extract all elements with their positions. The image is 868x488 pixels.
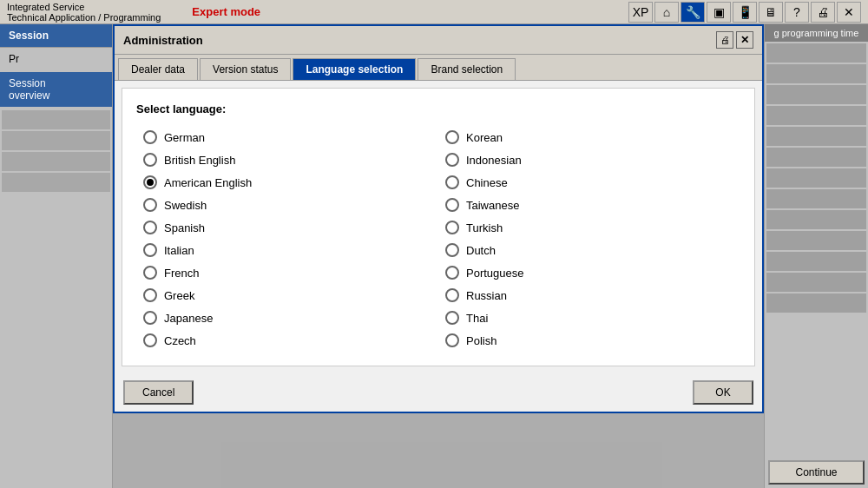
language-greek[interactable]: Greek <box>136 284 438 307</box>
dialog-tabs: Dealer data Version status Language sele… <box>115 55 762 81</box>
dialog-titlebar-icons: 🖨 ✕ <box>716 31 753 49</box>
ok-button[interactable]: OK <box>693 380 753 405</box>
continue-button[interactable]: Continue <box>768 460 865 485</box>
xp-button[interactable]: XP <box>628 2 653 23</box>
monitor-icon[interactable]: 🖥 <box>759 2 783 23</box>
bar-11 <box>766 252 866 271</box>
radio-korean[interactable] <box>445 130 459 144</box>
bar-8 <box>766 189 866 208</box>
print-icon[interactable]: 🖨 <box>811 2 835 23</box>
tools-icon[interactable]: 🔧 <box>681 2 705 23</box>
sidebar-gray-1 <box>2 110 110 129</box>
display-icon[interactable]: ▣ <box>707 2 731 23</box>
language-grid: German British English American English <box>136 126 740 352</box>
language-british-english[interactable]: British English <box>136 148 438 171</box>
right-side-panel: g programming time Continue <box>764 24 868 488</box>
radio-indonesian[interactable] <box>445 153 459 167</box>
main-layout: Session Pr Sessionoverview Session: – Ad… <box>0 24 868 488</box>
main-content: Session: – Administration 🖨 ✕ <box>113 24 764 488</box>
language-column-left: German British English American English <box>136 126 438 352</box>
language-korean[interactable]: Korean <box>438 126 740 148</box>
phone-icon[interactable]: 📱 <box>733 2 757 23</box>
tab-version-status[interactable]: Version status <box>200 58 291 80</box>
sidebar-gray-area <box>0 109 112 488</box>
bar-4 <box>766 106 866 125</box>
radio-polish[interactable] <box>445 333 459 347</box>
radio-thai[interactable] <box>445 311 459 325</box>
language-russian[interactable]: Russian <box>438 284 740 307</box>
dialog-footer: Cancel OK <box>115 373 762 412</box>
tab-language-selection[interactable]: Language selection <box>293 58 416 80</box>
radio-dutch[interactable] <box>445 243 459 257</box>
radio-taiwanese[interactable] <box>445 198 459 212</box>
radio-turkish[interactable] <box>445 221 459 234</box>
close-icon[interactable]: ✕ <box>837 2 861 23</box>
radio-american-english[interactable] <box>143 175 157 189</box>
language-dutch[interactable]: Dutch <box>438 239 740 261</box>
dialog-close-button[interactable]: ✕ <box>736 31 753 49</box>
dialog-body: Select language: German British <box>122 88 755 366</box>
radio-french[interactable] <box>143 266 157 280</box>
help-icon[interactable]: ? <box>785 2 809 23</box>
radio-italian[interactable] <box>143 243 157 257</box>
radio-russian[interactable] <box>445 288 459 302</box>
sidebar-gray-3 <box>2 152 110 171</box>
bar-10 <box>766 231 866 250</box>
language-japanese[interactable]: Japanese <box>136 307 438 329</box>
administration-dialog: Administration 🖨 ✕ Dealer data Version s… <box>113 24 764 413</box>
language-taiwanese[interactable]: Taiwanese <box>438 194 740 216</box>
home-icon[interactable]: ⌂ <box>654 2 679 23</box>
language-czech[interactable]: Czech <box>136 329 438 352</box>
bar-12 <box>766 273 866 292</box>
tab-brand-selection[interactable]: Brand selection <box>418 58 516 80</box>
radio-german[interactable] <box>143 130 157 144</box>
tab-dealer-data[interactable]: Dealer data <box>118 58 198 80</box>
language-american-english[interactable]: American English <box>136 171 438 194</box>
language-polish[interactable]: Polish <box>438 329 740 352</box>
radio-swedish[interactable] <box>143 198 157 212</box>
cancel-button[interactable]: Cancel <box>123 380 194 405</box>
pr-tab[interactable]: Pr <box>0 47 112 70</box>
session-overview-item[interactable]: Sessionoverview <box>0 72 112 107</box>
sidebar-gray-2 <box>2 131 110 150</box>
radio-chinese[interactable] <box>445 175 459 189</box>
radio-japanese[interactable] <box>143 311 157 325</box>
top-bar-icons: XP ⌂ 🔧 ▣ 📱 🖥 ? 🖨 ✕ <box>628 2 861 23</box>
sidebar-gray-4 <box>2 173 110 192</box>
language-spanish[interactable]: Spanish <box>136 216 438 239</box>
language-italian[interactable]: Italian <box>136 239 438 261</box>
session-tab[interactable]: Session <box>0 24 112 47</box>
right-panel-bars <box>765 42 868 314</box>
bar-7 <box>766 168 866 188</box>
bar-6 <box>766 148 866 167</box>
dialog-print-icon[interactable]: 🖨 <box>716 31 733 49</box>
top-bar: Integrated Service Technical Application… <box>0 0 868 24</box>
dialog-title: Administration <box>123 34 203 47</box>
bar-13 <box>766 293 866 313</box>
language-german[interactable]: German <box>136 126 438 148</box>
radio-portuguese[interactable] <box>445 266 459 280</box>
expert-mode-label: Expert mode <box>192 5 260 18</box>
language-thai[interactable]: Thai <box>438 307 740 329</box>
sidebar: Session Pr Sessionoverview <box>0 24 113 488</box>
dialog-titlebar: Administration 🖨 ✕ <box>115 26 762 55</box>
app-title: Integrated Service Technical Application… <box>7 2 161 23</box>
language-chinese[interactable]: Chinese <box>438 171 740 194</box>
radio-spanish[interactable] <box>143 221 157 234</box>
bar-1 <box>766 43 866 63</box>
radio-greek[interactable] <box>143 288 157 302</box>
language-column-right: Korean Indonesian Chinese <box>438 126 740 352</box>
bar-2 <box>766 64 866 83</box>
bar-5 <box>766 127 866 146</box>
language-indonesian[interactable]: Indonesian <box>438 148 740 171</box>
language-french[interactable]: French <box>136 261 438 284</box>
bar-9 <box>766 210 866 229</box>
radio-british-english[interactable] <box>143 153 157 167</box>
select-language-label: Select language: <box>136 102 740 115</box>
programming-time-header: g programming time <box>765 24 868 42</box>
language-portuguese[interactable]: Portuguese <box>438 261 740 284</box>
language-turkish[interactable]: Turkish <box>438 216 740 239</box>
content-area: Session: – Administration 🖨 ✕ <box>113 24 868 488</box>
language-swedish[interactable]: Swedish <box>136 194 438 216</box>
radio-czech[interactable] <box>143 333 157 347</box>
